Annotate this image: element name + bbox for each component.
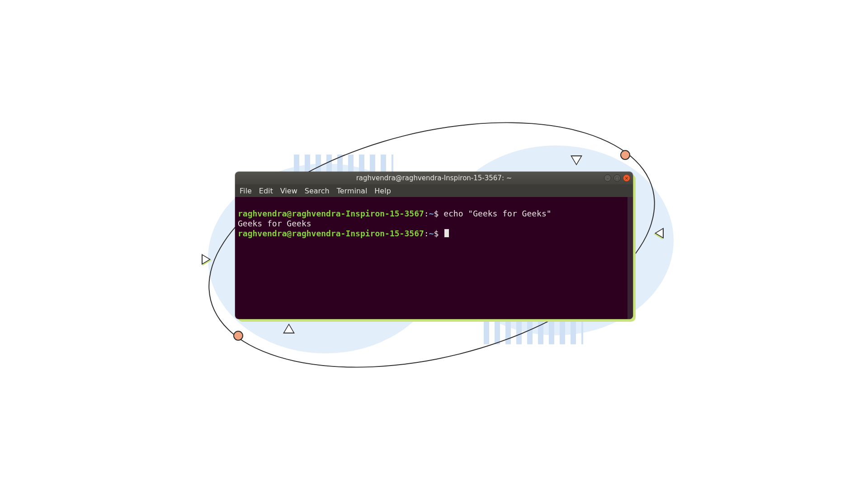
prompt-dollar: $ — [434, 209, 444, 218]
terminal-window: raghvendra@raghvendra-Inspiron-15-3567: … — [235, 172, 633, 319]
window-title: raghvendra@raghvendra-Inspiron-15-3567: … — [356, 174, 512, 182]
window-controls: – □ × — [604, 174, 630, 182]
menu-file[interactable]: File — [240, 187, 252, 195]
play-left-icon — [655, 228, 664, 239]
prompt-dollar: $ — [434, 229, 444, 238]
menu-view[interactable]: View — [280, 187, 297, 195]
prompt-separator: : — [424, 209, 429, 218]
terminal-body[interactable]: raghvendra@raghvendra-Inspiron-15-3567:~… — [235, 197, 633, 319]
menu-edit[interactable]: Edit — [259, 187, 273, 195]
terminal-output: Geeks for Geeks — [238, 219, 311, 228]
minimize-button[interactable]: – — [604, 174, 611, 182]
triangle-up-icon — [283, 324, 295, 333]
menu-help[interactable]: Help — [374, 187, 391, 195]
terminal-line: raghvendra@raghvendra-Inspiron-15-3567:~… — [238, 209, 552, 218]
cursor-icon — [444, 229, 449, 237]
menu-bar: File Edit View Search Terminal Help — [235, 184, 633, 197]
menu-search[interactable]: Search — [305, 187, 330, 195]
vertical-scrollbar[interactable] — [627, 197, 633, 319]
maximize-button[interactable]: □ — [613, 174, 621, 182]
command-text: echo "Geeks for Geeks" — [443, 209, 551, 218]
prompt-path: ~ — [429, 209, 434, 218]
triangle-down-icon — [571, 155, 582, 165]
circle-icon — [620, 150, 630, 160]
prompt-user-host: raghvendra@raghvendra-Inspiron-15-3567 — [238, 209, 424, 218]
window-titlebar[interactable]: raghvendra@raghvendra-Inspiron-15-3567: … — [235, 172, 633, 184]
prompt-separator: : — [424, 229, 429, 238]
terminal-line: raghvendra@raghvendra-Inspiron-15-3567:~… — [238, 229, 449, 238]
prompt-user-host: raghvendra@raghvendra-Inspiron-15-3567 — [238, 229, 424, 238]
circle-icon — [233, 331, 243, 341]
close-button[interactable]: × — [623, 174, 630, 182]
play-right-icon — [202, 254, 211, 265]
prompt-path: ~ — [429, 229, 434, 238]
menu-terminal[interactable]: Terminal — [337, 187, 368, 195]
